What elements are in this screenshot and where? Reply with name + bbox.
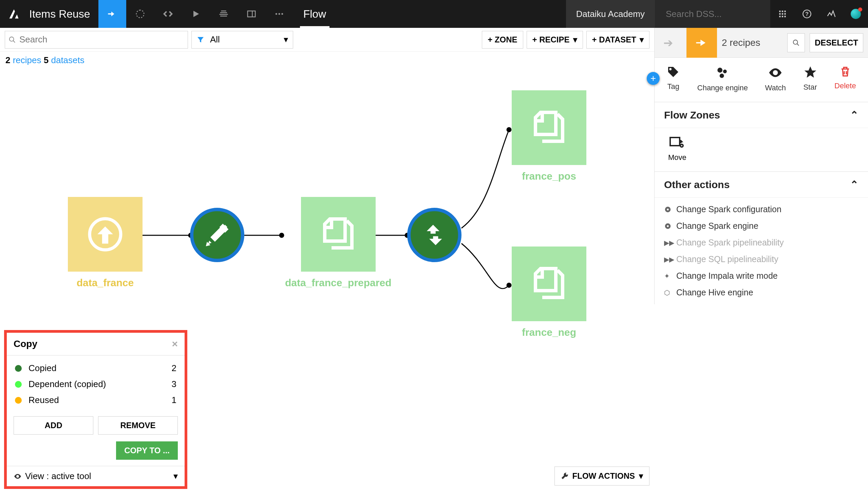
user-avatar[interactable] (844, 0, 868, 28)
deselect-button[interactable]: DESELECT (810, 33, 863, 52)
stack-nav-icon[interactable] (210, 0, 238, 28)
action-icon: ✦ (664, 272, 673, 280)
svg-point-23 (507, 283, 511, 287)
circle-nav-icon[interactable] (126, 0, 154, 28)
legend-label: Reused (29, 395, 172, 405)
other-action-item: ▶▶ Change Spark pipelineability (664, 234, 858, 251)
move-tool[interactable]: Move (655, 128, 868, 172)
dataset-data-france[interactable]: data_france (68, 197, 143, 289)
other-actions-section[interactable]: Other actions ⌃ (655, 172, 868, 198)
selection-count: 2 recipes (722, 37, 782, 48)
dataset-france-neg[interactable]: france_neg (512, 246, 586, 338)
close-icon[interactable]: × (172, 338, 178, 350)
legend-count: 3 (172, 379, 176, 389)
add-panel-button[interactable]: + (647, 72, 660, 85)
flow-zones-label: Flow Zones (664, 109, 720, 121)
help-icon[interactable]: ? (795, 0, 819, 28)
apps-icon[interactable] (770, 0, 795, 28)
flow-nav-icon[interactable] (98, 0, 126, 28)
action-icon (664, 206, 673, 213)
legend-count: 2 (172, 363, 176, 373)
other-action-item[interactable]: Change Spark engine (664, 218, 858, 234)
chevron-down-icon: ▾ (639, 471, 643, 481)
action-icon: ▶▶ (664, 255, 673, 264)
chevron-up-icon: ⌃ (850, 109, 858, 121)
svg-point-28 (723, 70, 727, 73)
svg-point-33 (667, 208, 669, 211)
svg-point-25 (793, 40, 798, 44)
other-action-item[interactable]: ⬡ Change Hive engine (664, 284, 858, 301)
global-search-input[interactable] (666, 9, 776, 19)
legend-label: Dependent (copied) (29, 379, 172, 389)
change-engine-label: Change engine (697, 84, 748, 92)
flow-zones-section[interactable]: Flow Zones ⌃ (655, 102, 868, 128)
watch-label: Watch (765, 84, 786, 92)
flow-canvas[interactable]: All ▾ + ZONE + RECIPE▾ + DATASET▾ 2 reci… (0, 28, 654, 493)
dataiku-logo[interactable] (0, 0, 28, 28)
svg-rect-30 (670, 138, 680, 146)
svg-rect-7 (779, 13, 780, 15)
flow-actions-button[interactable]: FLOW ACTIONS ▾ (554, 467, 649, 486)
copy-to-button[interactable]: COPY TO ... (116, 441, 178, 460)
svg-point-29 (720, 74, 724, 78)
svg-point-31 (680, 144, 683, 147)
legend-dot (15, 381, 22, 388)
copy-panel: Copy × Copied 2 Dependent (copied) 3 Reu… (4, 330, 187, 489)
svg-point-22 (507, 128, 511, 132)
view-dropdown[interactable]: View : active tool ▾ (7, 466, 185, 486)
recipe-split[interactable] (407, 208, 461, 262)
svg-rect-4 (779, 11, 780, 12)
project-title[interactable]: Items Reuse (28, 0, 98, 28)
play-nav-icon[interactable] (182, 0, 210, 28)
svg-rect-5 (782, 11, 783, 12)
action-icon: ▶▶ (664, 238, 673, 247)
move-icon (668, 134, 854, 150)
svg-rect-10 (779, 16, 780, 17)
change-engine-tool[interactable]: Change engine (697, 65, 748, 92)
view-label: View : active tool (25, 471, 91, 481)
svg-point-35 (667, 225, 669, 227)
dataset-data-france-prepared[interactable]: data_france_prepared (285, 197, 391, 289)
other-action-item: ▶▶ Change SQL pipelineability (664, 251, 858, 268)
remove-button[interactable]: REMOVE (98, 416, 178, 435)
svg-point-27 (718, 68, 723, 73)
action-label: Change SQL pipelineability (676, 254, 778, 264)
other-actions-label: Other actions (664, 179, 730, 190)
legend-row: Reused 1 (15, 392, 176, 408)
dataset-france-pos[interactable]: france_pos (512, 90, 586, 182)
collapse-arrow-icon[interactable]: ➔ (655, 36, 682, 50)
legend-count: 1 (172, 395, 176, 405)
flow-tab[interactable]: Flow (293, 0, 337, 28)
star-tool[interactable]: Star (803, 65, 817, 92)
activity-icon[interactable] (819, 0, 844, 28)
svg-point-0 (275, 13, 277, 15)
tag-tool[interactable]: Tag (666, 65, 680, 92)
delete-tool[interactable]: Delete (834, 65, 856, 92)
delete-label: Delete (834, 81, 856, 90)
dataset-label: data_france_prepared (285, 277, 391, 289)
svg-rect-12 (784, 16, 786, 17)
global-search[interactable] (655, 0, 770, 28)
dataset-label: france_pos (522, 170, 576, 182)
action-icon (664, 222, 673, 230)
academy-link[interactable]: Dataiku Academy (566, 0, 655, 28)
dataset-label: france_neg (522, 327, 576, 338)
action-label: Change Hive engine (676, 288, 753, 297)
topbar: Items Reuse Flow Dataiku Academy ? (0, 0, 868, 28)
legend-dot (15, 397, 22, 404)
right-panel: ➔ 2 recipes DESELECT Tag Change engi (654, 28, 868, 304)
chevron-down-icon: ▾ (173, 471, 178, 481)
other-action-item[interactable]: ✦ Change Impala write mode (664, 268, 858, 284)
search-selection-button[interactable] (787, 33, 805, 52)
watch-tool[interactable]: Watch (765, 65, 786, 92)
code-nav-icon[interactable] (154, 0, 182, 28)
more-nav-icon[interactable] (265, 0, 293, 28)
svg-point-19 (280, 233, 284, 237)
recipe-prepare[interactable] (190, 208, 244, 262)
tag-label: Tag (667, 82, 679, 91)
copy-panel-title: Copy (14, 339, 37, 349)
svg-rect-9 (784, 13, 786, 15)
other-action-item[interactable]: Change Spark configuration (664, 201, 858, 218)
add-button[interactable]: ADD (14, 416, 93, 435)
panel-nav-icon[interactable] (238, 0, 265, 28)
